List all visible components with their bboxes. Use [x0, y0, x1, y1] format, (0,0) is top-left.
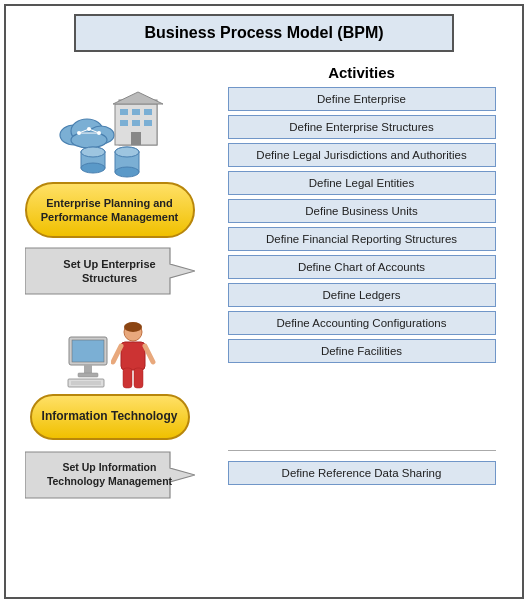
svg-point-26: [115, 167, 139, 177]
activity-btn-2[interactable]: Define Legal Jurisdictions and Authoriti…: [228, 143, 496, 167]
it-oval-label: Information Technology: [30, 394, 190, 440]
svg-line-39: [145, 346, 153, 362]
database-icons: [78, 146, 142, 178]
activity-btn-bottom[interactable]: Define Reference Data Sharing: [228, 461, 496, 485]
svg-rect-15: [120, 120, 128, 126]
it-arrow-label: Set Up Information Technology Management: [25, 461, 195, 488]
enterprise-arrow: Set Up Enterprise Structures: [25, 244, 195, 298]
activity-btn-7[interactable]: Define Ledgers: [228, 283, 496, 307]
activity-btn-6[interactable]: Define Chart of Accounts: [228, 255, 496, 279]
building-icon: [111, 90, 166, 150]
svg-point-27: [115, 147, 139, 157]
activity-btn-3[interactable]: Define Legal Entities: [228, 171, 496, 195]
bottom-right: Define Reference Data Sharing: [207, 442, 516, 502]
enterprise-oval-label: Enterprise Planning and Performance Mana…: [25, 182, 195, 238]
svg-rect-14: [144, 109, 152, 115]
svg-rect-16: [132, 120, 140, 126]
left-column: Enterprise Planning and Performance Mana…: [12, 60, 207, 440]
svg-point-36: [124, 322, 142, 332]
bottom-section: Set Up Information Technology Management…: [6, 442, 522, 502]
svg-point-22: [81, 163, 105, 173]
enterprise-arrow-label: Set Up Enterprise Structures: [25, 257, 195, 286]
svg-rect-34: [71, 381, 101, 385]
svg-point-23: [81, 147, 105, 157]
svg-rect-13: [132, 109, 140, 115]
enterprise-icons: [12, 60, 207, 150]
svg-rect-40: [123, 368, 132, 388]
activity-btn-5[interactable]: Define Financial Reporting Structures: [228, 227, 496, 251]
activity-btn-1[interactable]: Define Enterprise Structures: [228, 115, 496, 139]
main-container: Business Process Model (BPM): [4, 4, 524, 599]
main-body: Enterprise Planning and Performance Mana…: [6, 60, 522, 440]
svg-rect-17: [144, 120, 152, 126]
activity-btn-9[interactable]: Define Facilities: [228, 339, 496, 363]
activity-btn-8[interactable]: Define Accounting Configurations: [228, 311, 496, 335]
right-column: Activities Define Enterprise Define Ente…: [207, 60, 516, 440]
svg-rect-32: [78, 373, 98, 377]
svg-rect-37: [121, 342, 145, 370]
svg-rect-30: [72, 340, 104, 362]
cloud-icon: [54, 105, 119, 150]
page-title: Business Process Model (BPM): [74, 14, 454, 52]
svg-marker-19: [113, 92, 163, 104]
svg-rect-31: [84, 365, 92, 373]
activities-title: Activities: [328, 64, 395, 81]
svg-rect-18: [131, 132, 141, 145]
it-icons: [12, 312, 207, 392]
bottom-left: Set Up Information Technology Management: [12, 442, 207, 502]
person-icon: [111, 322, 156, 392]
activity-btn-0[interactable]: Define Enterprise: [228, 87, 496, 111]
svg-rect-12: [120, 109, 128, 115]
activity-btn-4[interactable]: Define Business Units: [228, 199, 496, 223]
svg-line-38: [113, 346, 121, 362]
svg-rect-41: [134, 368, 143, 388]
it-arrow: Set Up Information Technology Management: [25, 448, 195, 502]
section-divider: [228, 450, 496, 451]
